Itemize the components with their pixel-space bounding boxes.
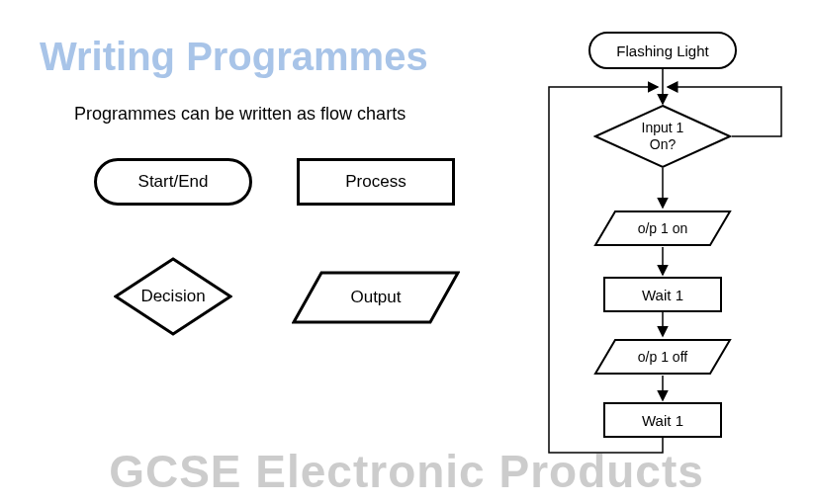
fc-output-on: o/p 1 on bbox=[593, 210, 732, 247]
fc-wait1-label: Wait 1 bbox=[642, 287, 683, 303]
fc-output-off: o/p 1 off bbox=[593, 338, 732, 376]
fc-output-off-label: o/p 1 off bbox=[593, 338, 732, 376]
fc-wait2-label: Wait 1 bbox=[642, 412, 683, 429]
fc-output-on-label: o/p 1 on bbox=[593, 210, 732, 247]
fc-wait2: Wait 1 bbox=[603, 402, 722, 438]
footer-text: GCSE Electronic Products bbox=[0, 445, 813, 498]
fc-start-label: Flashing Light bbox=[616, 42, 708, 59]
fc-decision: Input 1 On? bbox=[593, 104, 732, 169]
fc-decision-label: Input 1 On? bbox=[593, 104, 732, 169]
fc-wait1: Wait 1 bbox=[603, 277, 722, 312]
fc-start: Flashing Light bbox=[588, 32, 737, 69]
